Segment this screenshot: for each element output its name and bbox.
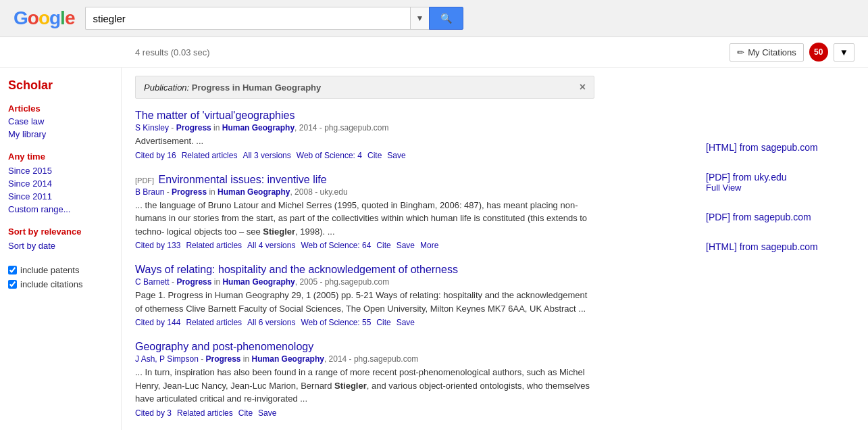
result-snippet-1: Advertisement. ... bbox=[135, 135, 594, 148]
result-author-2[interactable]: B Braun bbox=[135, 187, 164, 197]
sidebar: Scholar Articles Case law My library Any… bbox=[0, 68, 122, 430]
sidebar-time-since-2015[interactable]: Since 2015 bbox=[8, 164, 116, 177]
search-icon: 🔍 bbox=[440, 13, 452, 24]
my-citations-button[interactable]: ✏ My Citations bbox=[730, 43, 804, 62]
scholar-logo[interactable]: Scholar bbox=[8, 78, 116, 93]
result-journal-human-3[interactable]: Human Geography bbox=[222, 277, 295, 287]
result-title-2[interactable]: [PDF] Environmental issues: inventive li… bbox=[135, 174, 594, 186]
save-link-2[interactable]: Save bbox=[397, 241, 415, 250]
result-snippet-3: Page 1. Progress in Human Geography 29, … bbox=[135, 289, 594, 315]
cite-link-4[interactable]: Cite bbox=[238, 408, 253, 418]
result-journal-human-4[interactable]: Human Geography bbox=[252, 354, 324, 364]
result-journal-human-2[interactable]: Human Geography bbox=[218, 187, 290, 197]
content-area: Publication: Progress in Human Geography… bbox=[122, 68, 868, 430]
wos-link-1[interactable]: Web of Science: 4 bbox=[297, 151, 362, 160]
result-title-4[interactable]: Geography and post-phenomenology bbox=[135, 341, 594, 353]
sidebar-sort-by-date[interactable]: Sort by date bbox=[8, 239, 116, 252]
related-articles-link-3[interactable]: Related articles bbox=[186, 318, 242, 327]
table-row: Ways of relating: hospitality and the ac… bbox=[135, 264, 594, 327]
result-snippet-2: ... the language of Bruno Latour and Mic… bbox=[135, 199, 594, 239]
result-meta-4: J Ash, P Simpson - Progress in Human Geo… bbox=[135, 354, 594, 364]
logo-o1: o bbox=[28, 7, 39, 28]
right-link-pdf-2[interactable]: [PDF] from uky.edu bbox=[706, 172, 854, 183]
more-link-2[interactable]: More bbox=[420, 241, 438, 250]
cited-by-link-1[interactable]: Cited by 16 bbox=[135, 151, 176, 160]
include-patents-option[interactable]: include patents bbox=[8, 263, 116, 277]
logo-g2: g bbox=[49, 7, 60, 28]
related-articles-link-2[interactable]: Related articles bbox=[186, 241, 242, 250]
logo-o2: o bbox=[39, 7, 49, 28]
sort-relevance-label[interactable]: Sort by relevance bbox=[8, 226, 116, 237]
notifications-button[interactable]: 50 bbox=[809, 43, 828, 62]
time-filter-label[interactable]: Any time bbox=[8, 151, 116, 162]
cited-by-link-3[interactable]: Cited by 144 bbox=[135, 318, 180, 327]
include-citations-label: include citations bbox=[20, 279, 83, 289]
save-link-4[interactable]: Save bbox=[258, 408, 276, 418]
subheader-right: ✏ My Citations 50 ▼ bbox=[730, 43, 854, 62]
save-link-1[interactable]: Save bbox=[387, 151, 405, 160]
result-author-1[interactable]: S Kinsley bbox=[135, 123, 169, 133]
sidebar-item-articles[interactable]: Articles bbox=[8, 102, 116, 115]
include-patents-label: include patents bbox=[20, 265, 79, 275]
include-citations-checkbox[interactable] bbox=[8, 280, 17, 289]
related-articles-link-4[interactable]: Related articles bbox=[177, 408, 233, 418]
result-journal-4[interactable]: Progress bbox=[206, 354, 241, 364]
result-meta-2: B Braun - Progress in Human Geography, 2… bbox=[135, 187, 594, 197]
cite-link-3[interactable]: Cite bbox=[376, 318, 390, 327]
cited-by-link-2[interactable]: Cited by 133 bbox=[135, 241, 180, 250]
header: Google stiegler ▼ 🔍 bbox=[0, 0, 868, 37]
table-row: [PDF] Environmental issues: inventive li… bbox=[135, 174, 594, 251]
wos-link-3[interactable]: Web of Science: 55 bbox=[301, 318, 371, 327]
include-patents-checkbox[interactable] bbox=[8, 266, 17, 274]
right-link-html-4[interactable]: [HTML] from sagepub.com bbox=[706, 241, 854, 252]
results-count: 4 results (0.03 sec) bbox=[135, 47, 210, 57]
wos-link-2[interactable]: Web of Science: 64 bbox=[301, 241, 371, 250]
publication-filter-close-button[interactable]: × bbox=[580, 82, 586, 93]
result-journal-1[interactable]: Progress bbox=[176, 123, 211, 133]
publication-filter-text: Publication: Progress in Human Geography bbox=[144, 82, 321, 93]
right-link-pdf-3[interactable]: [PDF] from sagepub.com bbox=[706, 212, 854, 222]
result-journal-human-1[interactable]: Human Geography bbox=[222, 123, 295, 133]
sidebar-item-case-law[interactable]: Case law bbox=[8, 115, 116, 128]
include-citations-option[interactable]: include citations bbox=[8, 277, 116, 291]
result-journal-3[interactable]: Progress bbox=[176, 277, 211, 287]
save-link-3[interactable]: Save bbox=[397, 318, 415, 327]
all-versions-link-3[interactable]: All 6 versions bbox=[247, 318, 295, 327]
result-title-1[interactable]: The matter of 'virtual'geographies bbox=[135, 110, 594, 122]
result-snippet-4: ... In turn, inspiration has also been f… bbox=[135, 366, 594, 406]
search-button[interactable]: 🔍 bbox=[429, 7, 463, 30]
result-author-4[interactable]: J Ash, P Simpson bbox=[135, 354, 199, 364]
result-meta-1: S Kinsley - Progress in Human Geography,… bbox=[135, 123, 594, 133]
settings-dropdown-button[interactable]: ▼ bbox=[834, 43, 854, 62]
result-journal-2[interactable]: Progress bbox=[172, 187, 207, 197]
right-link-fullview-2[interactable]: Full View bbox=[706, 183, 854, 193]
related-articles-link-1[interactable]: Related articles bbox=[182, 151, 238, 160]
all-versions-link-1[interactable]: All 3 versions bbox=[242, 151, 290, 160]
search-box-wrap: stiegler ▼ 🔍 bbox=[85, 7, 463, 30]
search-input[interactable]: stiegler bbox=[85, 7, 409, 30]
result-title-3[interactable]: Ways of relating: hospitality and the ac… bbox=[135, 264, 594, 276]
cite-link-1[interactable]: Cite bbox=[367, 151, 382, 160]
my-citations-label: My Citations bbox=[748, 47, 796, 57]
search-dropdown-button[interactable]: ▼ bbox=[410, 7, 430, 30]
result-author-3[interactable]: C Barnett bbox=[135, 277, 170, 287]
cite-link-2[interactable]: Cite bbox=[376, 241, 390, 250]
right-link-html-1[interactable]: [HTML] from sagepub.com bbox=[706, 142, 854, 153]
table-row: Geography and post-phenomenology J Ash, … bbox=[135, 341, 594, 418]
right-link-item-2: [PDF] from uky.edu Full View bbox=[706, 172, 854, 193]
logo-e: e bbox=[65, 7, 75, 28]
right-link-item-1: [HTML] from sagepub.com bbox=[706, 142, 854, 153]
table-row: The matter of 'virtual'geographies S Kin… bbox=[135, 110, 594, 160]
cited-by-link-4[interactable]: Cited by 3 bbox=[135, 408, 172, 418]
right-link-item-4: [HTML] from sagepub.com bbox=[706, 241, 854, 252]
publication-filter-bar: Publication: Progress in Human Geography… bbox=[135, 76, 594, 99]
right-link-item-3: [PDF] from sagepub.com bbox=[706, 212, 854, 222]
sidebar-time-since-2014[interactable]: Since 2014 bbox=[8, 177, 116, 190]
chevron-down-icon: ▼ bbox=[840, 47, 848, 57]
sidebar-time-since-2011[interactable]: Since 2011 bbox=[8, 190, 116, 203]
logo-g: G bbox=[14, 7, 28, 28]
sidebar-item-my-library[interactable]: My library bbox=[8, 128, 116, 141]
sidebar-time-custom-range[interactable]: Custom range... bbox=[8, 203, 116, 216]
all-versions-link-2[interactable]: All 4 versions bbox=[247, 241, 295, 250]
right-links-panel: [HTML] from sagepub.com [PDF] from uky.e… bbox=[692, 110, 854, 430]
